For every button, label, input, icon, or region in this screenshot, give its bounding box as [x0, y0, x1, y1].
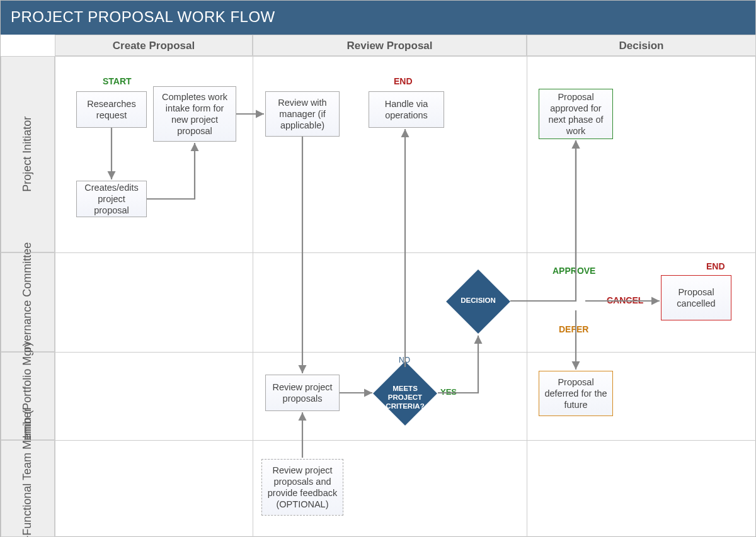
box-handle-ops: Handle via operations [369, 91, 444, 128]
cancel-label: CANCEL [607, 295, 643, 305]
box-review-manager: Review with manager (if applicable) [265, 91, 340, 137]
box-cancelled: Proposal cancelled [661, 275, 731, 320]
col-decision: Decision [527, 35, 756, 56]
col-create-proposal: Create Proposal [55, 35, 253, 56]
col-review-proposal: Review Proposal [253, 35, 527, 56]
no-label: NO [399, 356, 410, 365]
approve-label: APPROVE [553, 266, 595, 276]
box-completes-intake: Completes work intake form for new proje… [153, 86, 236, 142]
row-cross-functional: Cross-Functional Team Member [1, 440, 55, 537]
box-review-proposals: Review project proposals [265, 375, 340, 411]
swimlane-diagram: PROJECT PROPOSAL WORK FLOW Create Propos… [0, 0, 756, 537]
box-deferred: Proposal deferred for the future [539, 371, 613, 416]
yes-label: YES [440, 387, 457, 397]
defer-label: DEFER [559, 324, 588, 334]
row-project-initiator: Project Initiator [1, 56, 55, 252]
row-governance-committee: Governance Committee [1, 252, 55, 352]
box-approved: Proposal approved for next phase of work [539, 89, 613, 139]
end-label-right: END [706, 261, 725, 271]
box-researches-request: Researches request [76, 91, 147, 128]
box-review-feedback: Review project proposals and provide fee… [261, 459, 343, 516]
diagram-title: PROJECT PROPOSAL WORK FLOW [1, 1, 755, 35]
box-creates-edits: Creates/edits project proposal [76, 181, 147, 217]
end-label-top: END [394, 76, 413, 86]
start-label: START [103, 76, 132, 86]
